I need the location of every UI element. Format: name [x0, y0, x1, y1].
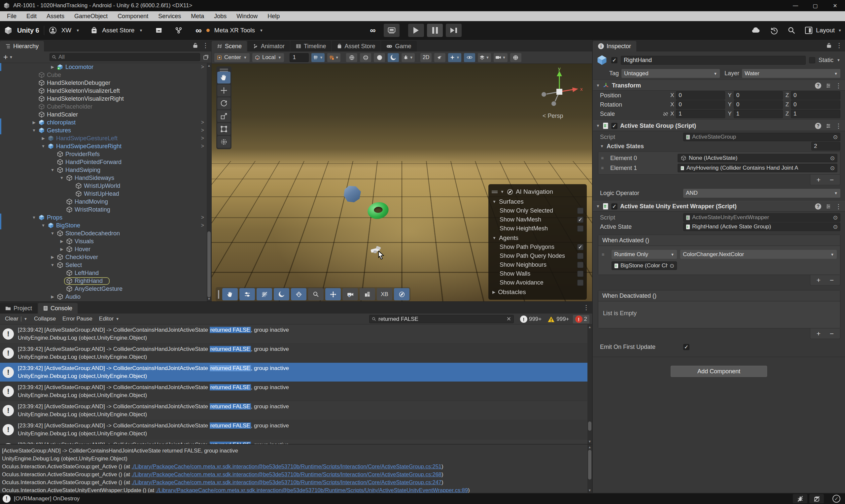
step-button[interactable]	[446, 24, 462, 37]
component-enabled-checkbox[interactable]: ✓	[611, 203, 617, 210]
lock-icon[interactable]	[193, 42, 198, 48]
console-detail-pane[interactable]: [ActiveStateGroup:AND] -> ColliderContai…	[0, 444, 592, 493]
hierarchy-item-anyselectgesture[interactable]: AnySelectGesture	[0, 285, 211, 293]
editor-dropdown[interactable]: Editor▼	[96, 314, 122, 323]
probes-button[interactable]	[291, 288, 306, 300]
menu-item-assets[interactable]: Assets	[41, 11, 69, 21]
hierarchy-item-handswipegestureright[interactable]: ▼HandSwipeGestureRight>	[0, 142, 211, 150]
meta-logo-icon[interactable]: ∞	[195, 25, 202, 36]
hierarchy-item-handswiping[interactable]: ▼HandSwiping	[0, 166, 211, 174]
console-entry[interactable]: ! [23:39:42] [ActiveStateGroup:AND] -> C…	[0, 420, 592, 439]
cloud-services-icon[interactable]	[751, 27, 760, 34]
hierarchy-item-audio[interactable]: ▶Audio	[0, 293, 211, 301]
hierarchy-item-stonedodecahedron[interactable]: ▼StoneDodecahedron	[0, 229, 211, 237]
nav-option-show-navmesh[interactable]: Show NavMesh✓	[492, 215, 583, 224]
version-control-icon[interactable]	[175, 27, 182, 34]
position-y-input[interactable]: 0	[734, 91, 783, 100]
hierarchy-item-chloroplast[interactable]: ▶chloroplast>	[0, 119, 211, 126]
asset-store-label[interactable]: Asset Store	[102, 27, 135, 34]
element-object-field[interactable]: None (IActiveState) ⊙	[677, 154, 838, 162]
transform-menu-icon[interactable]: ⋮	[835, 82, 842, 89]
simulator-button[interactable]	[384, 24, 400, 37]
buildings-overlay-button[interactable]	[359, 288, 375, 300]
expand-arrow-icon[interactable]: ▼	[41, 223, 46, 228]
nav-section-obstacles[interactable]: ▶Obstacles	[492, 287, 583, 297]
info-filter-toggle[interactable]: ! 999+	[518, 315, 544, 323]
hierarchy-item-checkhover[interactable]: ▶CheckHover	[0, 253, 211, 261]
component-menu-icon[interactable]: ⋮	[835, 203, 842, 210]
overlay-drag-handle[interactable]	[219, 69, 228, 70]
console-entry[interactable]: ! [23:39:42] [ActiveStateGroup:AND] -> C…	[0, 344, 592, 363]
scene-object-hand-visual[interactable]	[371, 246, 384, 254]
hierarchy-item-hover[interactable]: ▶Hover	[0, 245, 211, 253]
shaded-mode-toggle[interactable]	[346, 53, 357, 62]
checkbox[interactable]	[577, 271, 583, 277]
camera-dropdown[interactable]: ▼	[494, 53, 508, 62]
debugger-disabled-icon[interactable]	[793, 494, 807, 503]
scene-visibility-button[interactable]	[274, 288, 289, 300]
nav-section-surfaces[interactable]: ▼Surfaces	[492, 197, 583, 206]
expand-arrow-icon[interactable]: ▶	[50, 65, 55, 69]
element-object-field[interactable]: AnyHovering (Collider Contains Hand Join…	[677, 164, 838, 172]
object-picker-icon[interactable]: ⊙	[833, 134, 838, 141]
hierarchy-add-button[interactable]: +▼	[3, 53, 13, 62]
expand-arrow-icon[interactable]: ▶	[59, 239, 64, 244]
prefab-open-chevron-icon[interactable]: >	[201, 143, 204, 149]
orientation-gizmo[interactable]: y x < Persp	[534, 67, 584, 123]
lighting-toggle[interactable]	[374, 53, 385, 62]
menu-item-window[interactable]: Window	[231, 11, 263, 21]
stack-trace-link[interactable]: ./Library/PackageCache/com.meta.xr.sdk.i…	[156, 487, 468, 493]
expand-arrow-icon[interactable]: ▼	[32, 215, 36, 220]
layout-icon[interactable]	[805, 26, 813, 34]
prefab-open-chevron-icon[interactable]: >	[201, 215, 204, 220]
hierarchy-item-handskeletondebugger[interactable]: HandSkeletonDebugger	[0, 79, 211, 87]
logic-operator-dropdown[interactable]: AND▼	[683, 189, 840, 198]
active-state-object-field[interactable]: RightHand (Active State Group) ⊙	[683, 222, 840, 231]
hierarchy-scrollbar[interactable]: ▲ ▼	[207, 63, 211, 301]
error-pause-toggle[interactable]: Error Pause	[59, 314, 95, 323]
wireframe-toggle[interactable]	[360, 53, 371, 62]
move-overlay-button[interactable]	[325, 288, 341, 300]
hierarchy-item-select[interactable]: ▼Select	[0, 261, 211, 269]
overlay-drag-handle[interactable]	[218, 290, 219, 299]
grid-snap-toggle[interactable]: ▼	[311, 53, 324, 62]
scene-viewport[interactable]: y x < Persp ▼ AI Navigation▼SurfacesShow…	[212, 64, 592, 301]
nav-option-show-only-selected[interactable]: Show Only Selected	[492, 206, 583, 215]
hierarchy-item-handmoving[interactable]: HandMoving	[0, 198, 211, 205]
active-checkbox[interactable]: ✓	[611, 57, 617, 64]
expand-arrow-icon[interactable]: ▶	[32, 120, 36, 125]
tool-handle-pivot-dropdown[interactable]: Center▼	[214, 53, 250, 62]
account-label[interactable]: XW	[61, 27, 72, 34]
checkbox[interactable]: ✓	[577, 217, 583, 223]
inspector-menu-icon[interactable]: ⋮	[836, 41, 842, 49]
tool-handle-rotation-dropdown[interactable]: Local▼	[252, 53, 284, 62]
hierarchy-item-handskeletonvisualizerleft[interactable]: HandSkeletonVisualizerLeft	[0, 87, 211, 95]
lock-icon[interactable]	[827, 42, 831, 48]
overlay-drag-handle-icon[interactable]	[492, 191, 498, 192]
object-picker-icon[interactable]: ⊙	[833, 214, 838, 221]
position-x-input[interactable]: 0	[676, 91, 725, 100]
stack-trace-link[interactable]: ./Library/PackageCache/com.meta.xr.sdk.i…	[132, 479, 442, 485]
prefab-open-chevron-icon[interactable]: >	[201, 222, 204, 229]
hierarchy-item-gestures[interactable]: ▼Gestures>	[0, 126, 211, 134]
clear-search-icon[interactable]: ✕	[507, 316, 511, 322]
nav-option-show-path-polygons[interactable]: Show Path Polygons✓	[492, 242, 583, 252]
console-scrollbar[interactable]: ▲ ▼	[587, 324, 592, 444]
minimize-button[interactable]: —	[786, 0, 805, 11]
stack-trace-link[interactable]: ./Library/PackageCache/com.meta.xr.sdk.i…	[132, 471, 442, 477]
expand-arrow-icon[interactable]: ▼	[59, 176, 64, 180]
prefab-open-chevron-icon[interactable]: >	[201, 127, 204, 133]
account-icon[interactable]	[49, 26, 57, 34]
script-object-field[interactable]: ActiveStateGroup ⊙	[683, 133, 840, 141]
drag-handle-icon[interactable]: ≡	[601, 156, 608, 161]
help-icon[interactable]: ?	[815, 83, 821, 89]
gizmos-toggle[interactable]	[510, 53, 522, 62]
hierarchy-item-bigstone[interactable]: ▼BigStone>	[0, 221, 211, 229]
tag-dropdown[interactable]: Untagged▼	[621, 69, 720, 78]
pause-button[interactable]	[427, 24, 443, 37]
error-filter-toggle[interactable]: ! 2	[573, 315, 589, 323]
menu-item-file[interactable]: File	[2, 11, 21, 21]
event-mode-dropdown[interactable]: Runtime Only▼	[612, 250, 677, 259]
tab-inspector[interactable]: i Inspector	[593, 41, 636, 52]
help-icon[interactable]: ?	[815, 203, 821, 210]
